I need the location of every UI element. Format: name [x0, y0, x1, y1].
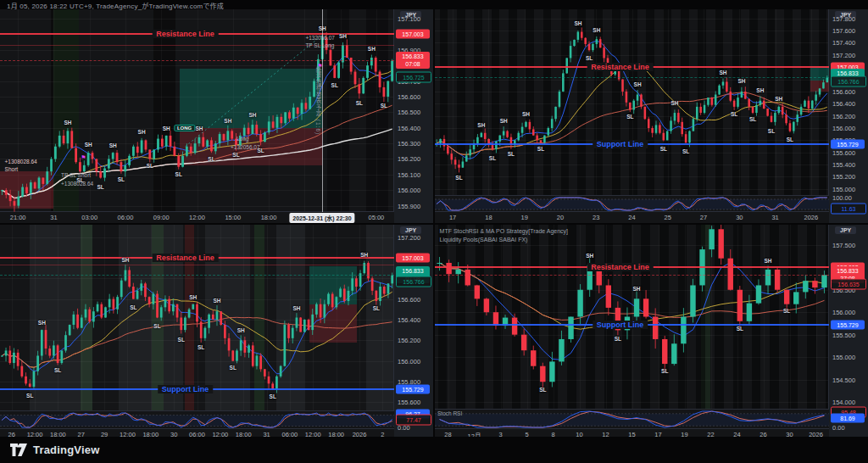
annotation-text: Liquidity Pools(SABAI SABAI FX): [440, 237, 528, 243]
swing-low-label: SL: [175, 171, 182, 177]
price-tick: 155.600: [832, 148, 855, 156]
price-tick: 157.400: [832, 39, 855, 47]
chart-panel-bottom-right[interactable]: Resistance LineSupport LineSLSHSLSHSLSHS…: [435, 225, 868, 440]
swing-high-label: SH: [38, 320, 46, 326]
price-plot-top-right[interactable]: Resistance LineSupport LineSLSHSLSHSLSHS…: [435, 9, 829, 195]
price-tick: 156.000: [832, 125, 855, 132]
swing-high-label: SH: [85, 142, 92, 148]
swing-high-label: SH: [64, 120, 71, 126]
price-label-box: 157.003: [396, 29, 430, 38]
price-tick: 156.400: [398, 315, 420, 323]
trend-line: [186, 34, 324, 146]
currency-chip: JPY: [835, 226, 856, 234]
last-price-line: [0, 275, 394, 276]
swing-high-label: SH: [634, 81, 642, 87]
stoch-rsi-pane[interactable]: [435, 195, 829, 213]
time-tick: 2026: [804, 214, 819, 221]
swing-high-label: SH: [163, 126, 170, 131]
time-tick: 12:00: [189, 214, 205, 221]
price-tick: 154.000: [832, 399, 855, 406]
price-label-box: 155.729: [831, 320, 865, 329]
swing-high-label: SH: [477, 122, 485, 128]
price-axis[interactable]: JPY157.200157.000156.800156.600156.40015…: [393, 225, 433, 440]
price-tick: 156.600: [832, 87, 855, 95]
swing-low-label: SL: [130, 304, 136, 310]
price-tick: 156.000: [398, 187, 420, 194]
swing-low-label: SL: [682, 148, 689, 154]
swing-low-label: SL: [153, 323, 160, 329]
chart-panel-top-left[interactable]: Resistance LineSLSHSLSHSLSHSLSHSLSHSLSHS…: [0, 9, 433, 223]
swing-high-label: SH: [522, 111, 530, 117]
price-tick: 156.200: [832, 112, 855, 120]
minor-level-line: [0, 45, 394, 46]
candles-svg: [0, 9, 394, 212]
price-plot-top-left[interactable]: Resistance LineSLSHSLSHSLSHSLSHSLSHSLSHS…: [0, 9, 394, 212]
resistance-label[interactable]: Resistance Line: [152, 254, 219, 262]
last-price-line: [0, 60, 394, 61]
stoch-rsi-pane[interactable]: Stoch RSI: [435, 409, 829, 430]
swing-high-label: SH: [765, 258, 772, 264]
price-tick: 155.400: [832, 161, 855, 169]
stoch-rsi-pane[interactable]: [0, 410, 394, 430]
swing-low-label: SL: [198, 344, 204, 350]
indicator-tick: 0.00: [832, 424, 845, 432]
swing-low-label: SL: [783, 308, 790, 314]
resistance-label[interactable]: Resistance Line: [587, 63, 654, 71]
swing-high-label: SH: [292, 305, 300, 311]
time-tick: 24: [628, 214, 635, 221]
annotation-text: Short: [5, 166, 19, 172]
time-axis[interactable]: 171819202324252730312026: [435, 211, 829, 223]
price-axis[interactable]: JPY157.100157.000156.900156.800156.70015…: [393, 9, 433, 223]
time-axis[interactable]: 21:003103:0006:0009:0012:0015:0018:0003:…: [0, 211, 394, 223]
price-label-box: 156.635: [831, 278, 866, 289]
swing-low-label: SL: [208, 156, 214, 162]
price-tick: 155.200: [832, 173, 855, 181]
price-tick: 156.500: [398, 109, 420, 116]
price-plot-bottom-right[interactable]: Resistance LineSupport LineSLSHSLSHSLSHS…: [435, 225, 829, 409]
price-label-box: 155.729: [831, 140, 865, 149]
price-axis[interactable]: JPY157.800157.600157.400157.200157.00015…: [828, 9, 868, 223]
resistance-label[interactable]: Resistance Line: [587, 263, 654, 271]
price-axis[interactable]: JPY157.500157.000156.500156.000155.50015…: [828, 225, 868, 440]
last-price-line: [435, 77, 829, 78]
chart-panel-bottom-left[interactable]: Resistance LineSupport LineSLSHSLSHSLSLS…: [0, 225, 433, 440]
resistance-label[interactable]: Resistance Line: [152, 30, 219, 38]
swing-low-label: SL: [455, 175, 462, 181]
price-tick: 155.500: [832, 331, 855, 338]
support-label[interactable]: Support Line: [158, 385, 214, 393]
annotation-text: ⚑: [81, 154, 86, 161]
footer-brand[interactable]: TradingView: [33, 443, 100, 456]
long-position-chip[interactable]: LONG: [174, 125, 195, 131]
screenshot-title: 1月 05, 2026 18:22 UTC+9, TradeAgency_がTr…: [7, 1, 224, 10]
time-tick: 30: [736, 214, 743, 221]
price-tick: 156.400: [398, 124, 420, 131]
swing-high-label: SH: [737, 78, 745, 84]
time-tick: 19: [521, 214, 528, 221]
time-tick: 06:00: [118, 214, 134, 221]
swing-low-label: SL: [178, 337, 185, 343]
tradingview-logo[interactable]: [10, 443, 27, 456]
time-tick: 25: [665, 214, 671, 221]
swing-low-label: SL: [508, 151, 515, 157]
candles-svg: [435, 225, 829, 409]
price-plot-bottom-left[interactable]: Resistance LineSupport LineSLSHSLSHSLSLS…: [0, 225, 394, 410]
swing-low-label: SL: [737, 326, 743, 332]
annotation-text: MTF StochRSI & MA PO Strategy[Trade Agen…: [440, 228, 568, 234]
indicator-value-box: 81.69: [831, 413, 865, 422]
swing-high-label: SH: [574, 20, 581, 26]
chart-grid: Resistance LineSLSHSLSHSLSHSLSHSLSHSLSHS…: [0, 9, 868, 440]
swing-low-label: SL: [660, 146, 667, 152]
swing-high-label: SH: [360, 252, 368, 258]
indicator-title: Stoch RSI: [437, 410, 462, 416]
swing-low-label: SL: [731, 111, 737, 117]
support-label[interactable]: Support Line: [593, 140, 648, 148]
annotation-text: TP SL Short: [61, 172, 91, 178]
support-label[interactable]: Support Line: [593, 321, 648, 329]
swing-high-label: SH: [237, 327, 245, 333]
swing-high-label: SH: [213, 298, 220, 304]
chart-panel-top-right[interactable]: Resistance LineSupport LineSLSHSLSHSLSHS…: [435, 9, 868, 223]
annotation-text: +1308028.64: [61, 181, 93, 187]
price-label-box: 157.003: [396, 253, 430, 262]
swing-low-label: SL: [373, 305, 380, 311]
candles-svg: [435, 9, 829, 195]
